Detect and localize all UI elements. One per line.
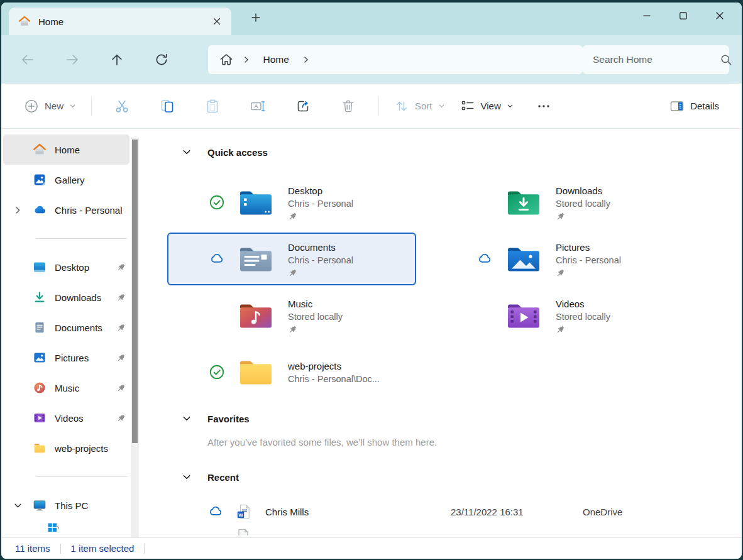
videos-icon bbox=[32, 410, 47, 425]
yellow-folder-icon bbox=[238, 358, 274, 387]
sidebar-item-documents[interactable]: Documents bbox=[3, 312, 129, 343]
cut-button[interactable] bbox=[104, 94, 140, 119]
chevron-right-icon[interactable] bbox=[3, 206, 32, 214]
search-input[interactable] bbox=[593, 54, 718, 65]
gallery-icon bbox=[32, 172, 47, 187]
delete-icon bbox=[341, 99, 356, 114]
tab-home[interactable]: Home bbox=[9, 8, 231, 35]
breadcrumb-item-home[interactable]: Home bbox=[258, 54, 294, 65]
search-icon[interactable] bbox=[718, 52, 734, 67]
word-doc-icon: W bbox=[235, 503, 251, 520]
back-button[interactable] bbox=[14, 46, 41, 74]
tile-text: DocumentsChris - Personal bbox=[288, 241, 353, 278]
section-header-favorites[interactable]: Favorites bbox=[182, 410, 742, 427]
recent-file-name: Chris Mills bbox=[265, 507, 451, 517]
quick-access-tile-desktop[interactable]: DesktopChris - Personal bbox=[167, 176, 416, 229]
more-button[interactable] bbox=[526, 94, 561, 119]
section-header-quick-access[interactable]: Quick access bbox=[182, 144, 742, 160]
new-button[interactable]: New bbox=[16, 94, 84, 119]
pictures-icon bbox=[32, 350, 47, 365]
sidebar-item-chris-personal[interactable]: Chris - Personal bbox=[3, 195, 129, 225]
share-button[interactable] bbox=[285, 94, 321, 119]
sidebar-item-label: This PC bbox=[55, 500, 88, 511]
pin-icon bbox=[556, 212, 610, 221]
music-icon bbox=[32, 380, 47, 395]
copy-button[interactable] bbox=[150, 94, 185, 119]
chevron-down-icon bbox=[507, 102, 514, 109]
paste-button[interactable] bbox=[195, 94, 230, 119]
recent-file-date: 23/11/2022 16:31 bbox=[451, 507, 583, 517]
sidebar-item-videos[interactable]: Videos bbox=[3, 403, 129, 433]
chevron-down-icon[interactable] bbox=[182, 473, 191, 481]
chevron-down-icon[interactable] bbox=[3, 502, 32, 510]
forward-button[interactable] bbox=[58, 46, 85, 74]
tile-name: web-projects bbox=[288, 360, 380, 373]
folder-icon bbox=[32, 441, 47, 456]
chevron-down-icon[interactable] bbox=[182, 414, 191, 423]
close-button[interactable] bbox=[702, 3, 738, 29]
sidebar-item-web-projects[interactable]: web-projects bbox=[3, 433, 129, 463]
tile-text: web-projectsChris - Personal\Doc... bbox=[288, 360, 380, 385]
home-outline-icon bbox=[218, 52, 234, 68]
tile-subtitle: Stored locally bbox=[556, 310, 610, 323]
section-title: Recent bbox=[207, 472, 239, 483]
tile-text: DownloadsStored locally bbox=[556, 184, 610, 221]
sidebar-item-pictures[interactable]: Pictures bbox=[3, 343, 129, 373]
maximize-button[interactable] bbox=[665, 3, 702, 29]
documents-icon bbox=[32, 320, 47, 335]
sidebar-item-label: Music bbox=[55, 383, 79, 393]
tile-text: VideosStored locally bbox=[556, 297, 610, 334]
windows-drive-icon bbox=[47, 522, 60, 532]
minimize-button[interactable] bbox=[629, 3, 665, 29]
refresh-button[interactable] bbox=[148, 46, 175, 74]
items-count: 11 items bbox=[15, 543, 50, 554]
view-button[interactable]: View bbox=[453, 94, 521, 119]
paste-icon bbox=[205, 99, 220, 114]
chevron-down-icon bbox=[69, 102, 76, 109]
status-divider bbox=[144, 544, 145, 554]
new-tab-button[interactable] bbox=[245, 8, 267, 28]
share-icon bbox=[295, 99, 311, 114]
tile-name: Desktop bbox=[288, 184, 353, 197]
navigation-bar: Home bbox=[1, 35, 742, 84]
sidebar-item-label: Documents bbox=[55, 322, 102, 333]
scrollbar-thumb[interactable] bbox=[132, 140, 138, 443]
sidebar-item-downloads[interactable]: Downloads bbox=[3, 282, 129, 312]
quick-access-tile-videos[interactable]: VideosStored locally bbox=[435, 289, 684, 342]
tab-close-icon[interactable] bbox=[207, 12, 226, 31]
recent-file-location: OneDrive bbox=[583, 507, 622, 517]
up-button[interactable] bbox=[103, 46, 130, 74]
quick-access-tile-web-projects[interactable]: web-projectsChris - Personal\Doc... bbox=[167, 346, 416, 398]
address-bar[interactable]: Home bbox=[208, 45, 583, 74]
quick-access-tile-downloads[interactable]: DownloadsStored locally bbox=[435, 176, 684, 229]
sort-button[interactable]: Sort bbox=[387, 94, 453, 119]
chevron-down-icon[interactable] bbox=[182, 148, 191, 156]
sidebar-scrollbar[interactable] bbox=[131, 138, 139, 537]
sidebar-item-label: Home bbox=[55, 145, 80, 155]
sidebar-item-gallery[interactable]: Gallery bbox=[3, 165, 129, 195]
sidebar-item-home[interactable]: Home bbox=[3, 135, 129, 165]
sidebar-item-partial[interactable] bbox=[47, 522, 141, 532]
section-header-recent[interactable]: Recent bbox=[182, 469, 742, 485]
recent-file-chris-mills[interactable]: WChris Mills23/11/2022 16:31OneDrive bbox=[207, 499, 742, 524]
sidebar-item-this-pc[interactable]: This PC bbox=[3, 490, 129, 520]
toolbar-divider bbox=[378, 97, 379, 116]
toolbar-divider bbox=[91, 97, 92, 116]
quick-access-tile-music[interactable]: MusicStored locally bbox=[167, 289, 416, 342]
pin-icon bbox=[116, 323, 126, 332]
rename-button[interactable]: A bbox=[240, 94, 275, 119]
quick-access-tile-pictures[interactable]: PicturesChris - Personal bbox=[435, 233, 684, 285]
desktop-icon bbox=[32, 260, 47, 275]
sidebar-item-desktop[interactable]: Desktop bbox=[3, 252, 129, 282]
delete-button[interactable] bbox=[331, 94, 366, 119]
svg-text:A: A bbox=[255, 103, 258, 109]
chevron-right-icon[interactable] bbox=[297, 55, 316, 64]
sidebar-item-music[interactable]: Music bbox=[3, 373, 129, 403]
back-arrow-icon bbox=[19, 52, 36, 68]
onedrive-icon bbox=[32, 202, 47, 217]
details-button[interactable]: Details bbox=[662, 94, 727, 119]
tile-subtitle: Chris - Personal bbox=[288, 197, 353, 210]
tile-subtitle: Chris - Personal bbox=[288, 254, 353, 266]
quick-access-tile-documents[interactable]: DocumentsChris - Personal bbox=[167, 233, 416, 285]
pin-icon bbox=[116, 293, 126, 302]
